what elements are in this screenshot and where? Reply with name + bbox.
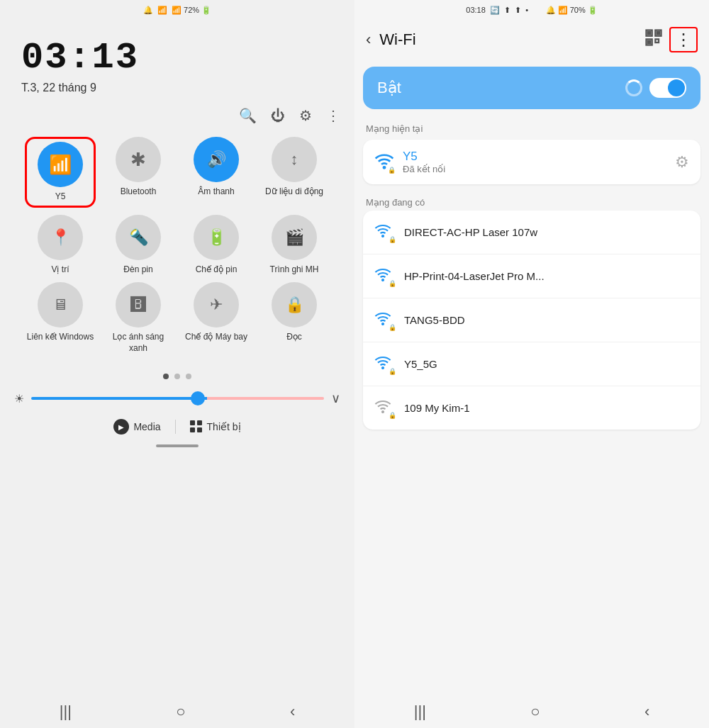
wifi-toggle-switch[interactable]	[649, 78, 686, 98]
bluetooth-icon: ✱	[130, 149, 146, 171]
back-button-left[interactable]: ‹	[290, 702, 295, 721]
torch-icon: 🔦	[129, 228, 148, 247]
recent-button-right[interactable]: |||	[414, 702, 426, 721]
clock-area: 03:13 T.3, 22 tháng 9	[0, 20, 354, 101]
tiles-row-1: 📶 Y5 ✱ Bluetooth 🔊 Âm thanh	[14, 137, 340, 208]
tile-link-windows[interactable]: 🖥 Liên kết Windows	[25, 282, 96, 354]
torch-label: Đèn pin	[123, 264, 152, 276]
current-network-text: Y5 Đã kết nối	[403, 150, 445, 174]
tile-data[interactable]: ↕ Dữ liệu di động	[259, 137, 330, 208]
tile-sound[interactable]: 🔊 Âm thanh	[181, 137, 252, 208]
tiles-row-2: 📍 Vị trí 🔦 Đèn pin 🔋 Chế độ pin 🎬	[14, 215, 340, 276]
svg-point-11	[382, 367, 384, 369]
status-icons-right: 03:18 🔄 ⬆ ⬆ • 🔔 📶 70% 🔋	[466, 6, 597, 15]
bluetooth-label: Bluetooth	[121, 186, 157, 198]
filter-label: Lọc ánh sáng xanh	[103, 332, 174, 354]
available-network-label: Mạng đang có	[354, 190, 709, 211]
bottom-nav-right: ||| ○ ‹	[354, 691, 709, 728]
search-icon[interactable]: 🔍	[239, 107, 257, 124]
airplane-icon: ✈	[210, 296, 223, 314]
svg-rect-4	[648, 32, 651, 35]
home-button-left[interactable]: ○	[176, 702, 185, 721]
settings-icon[interactable]: ⚙	[299, 107, 312, 124]
svg-point-9	[382, 279, 384, 281]
tile-wifi[interactable]: 📶 Y5	[25, 137, 96, 208]
svg-point-8	[382, 235, 384, 237]
media-bar: ▶ Media Thiết bị	[0, 412, 354, 442]
network-item-1[interactable]: 🔒 HP-Print-04-LaserJet Pro M...	[363, 254, 700, 298]
brightness-row: ☀ ∨	[0, 385, 354, 412]
svg-point-12	[382, 411, 384, 413]
bluetooth-icon-wrap: ✱	[116, 137, 161, 182]
right-panel: 03:18 🔄 ⬆ ⬆ • 🔔 📶 70% 🔋 ‹ Wi-Fi ⋮	[354, 0, 709, 728]
home-indicator-left	[156, 444, 199, 447]
wifi-title: Wi-Fi	[379, 30, 415, 49]
loading-spinner	[625, 79, 642, 96]
data-icon: ↕	[291, 150, 298, 169]
network-item-3[interactable]: 🔒 Y5_5G	[363, 342, 700, 386]
recorder-icon: 🎬	[285, 228, 304, 247]
network-item-4[interactable]: 🔒 109 My Kim-1	[363, 386, 700, 430]
link-windows-icon: 🖥	[52, 296, 68, 314]
recorder-icon-wrap: 🎬	[272, 215, 317, 260]
wifi-label: Y5	[55, 191, 66, 203]
tile-bluetooth[interactable]: ✱ Bluetooth	[103, 137, 174, 208]
network-info: 🔒 Y5 Đã kết nối	[374, 150, 445, 174]
left-panel: 🔔 📶 📶 72% 🔋 03:13 T.3, 22 tháng 9 🔍 ⏻ ⚙ …	[0, 0, 354, 728]
device-label: Thiết bị	[207, 421, 241, 432]
tile-blue-filter[interactable]: 🅱 Lọc ánh sáng xanh	[103, 282, 174, 354]
wifi-icon: 📶	[49, 154, 72, 176]
device-button[interactable]: Thiết bị	[190, 420, 241, 433]
tile-torch[interactable]: 🔦 Đèn pin	[103, 215, 174, 276]
toggle-knob	[668, 79, 685, 96]
recent-button-left[interactable]: |||	[60, 702, 72, 721]
brightness-chevron-icon[interactable]: ∨	[331, 391, 340, 406]
current-network-name: Y5	[403, 150, 445, 164]
home-button-right[interactable]: ○	[530, 702, 540, 721]
tile-airplane[interactable]: ✈ Chế độ Máy bay	[181, 282, 252, 354]
play-icon: ▶	[113, 419, 129, 435]
wifi-signal-icon-3: 🔒	[374, 354, 394, 374]
wifi-toggle-card: Bật	[363, 67, 700, 109]
link-windows-icon-wrap: 🖥	[38, 282, 83, 327]
bottom-nav-left: ||| ○ ‹	[0, 695, 354, 728]
wifi-signal-icon-4: 🔒	[374, 398, 394, 418]
wifi-header: ‹ Wi-Fi ⋮	[354, 20, 709, 60]
tiles-row-3: 🖥 Liên kết Windows 🅱 Lọc ánh sáng xanh ✈…	[14, 282, 340, 354]
tile-battery-saver[interactable]: 🔋 Chế độ pin	[181, 215, 252, 276]
status-bar-left: 🔔 📶 📶 72% 🔋	[0, 0, 354, 20]
wifi-header-right: ⋮	[644, 27, 698, 52]
tile-recorder[interactable]: 🎬 Trình ghi MH	[259, 215, 330, 276]
power-icon[interactable]: ⏻	[271, 108, 285, 124]
location-icon-wrap: 📍	[38, 215, 83, 260]
airplane-label: Chế độ Máy bay	[185, 332, 247, 343]
wifi-signal-icon-2: 🔒	[374, 310, 394, 330]
back-arrow-icon[interactable]: ‹	[366, 30, 371, 49]
torch-icon-wrap: 🔦	[116, 215, 161, 260]
brightness-slider[interactable]	[31, 397, 324, 400]
wifi-signal-icon-1: 🔒	[374, 266, 394, 286]
sound-icon: 🔊	[207, 150, 226, 169]
device-grid-icon	[190, 420, 203, 433]
svg-point-7	[384, 167, 385, 168]
current-network-label: Mạng hiện tại	[354, 116, 709, 137]
back-button-right[interactable]: ‹	[644, 702, 649, 721]
available-network-list: 🔒 DIRECT-AC-HP Laser 107w 🔒 HP-Print-04-…	[363, 211, 700, 430]
svg-rect-3	[655, 39, 659, 43]
tile-location[interactable]: 📍 Vị trí	[25, 215, 96, 276]
current-network-status: Đã kết nối	[403, 164, 445, 174]
media-button[interactable]: ▶ Media	[113, 419, 160, 435]
sound-label: Âm thanh	[198, 186, 234, 198]
network-settings-icon[interactable]: ⚙	[675, 153, 689, 172]
more-icon[interactable]: ⋮	[326, 107, 340, 124]
more-options-icon[interactable]: ⋮	[669, 27, 698, 52]
location-icon: 📍	[51, 228, 70, 247]
location-label: Vị trí	[51, 264, 69, 276]
current-network-card[interactable]: 🔒 Y5 Đã kết nối ⚙	[363, 140, 700, 184]
network-item-0[interactable]: 🔒 DIRECT-AC-HP Laser 107w	[363, 211, 700, 254]
network-item-2[interactable]: 🔒 TANG5-BDD	[363, 298, 700, 342]
toggle-area	[625, 78, 686, 98]
tile-read[interactable]: 🔒 Đọc	[259, 282, 330, 354]
battery-label: Chế độ pin	[196, 264, 238, 276]
qr-icon[interactable]	[644, 28, 664, 52]
